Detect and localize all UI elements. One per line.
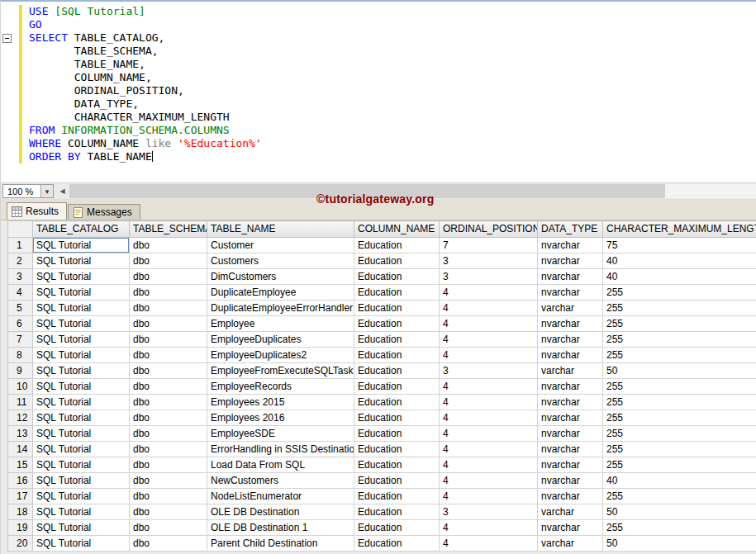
grid-cell[interactable]: Education (354, 457, 440, 473)
grid-cell[interactable]: 50 (603, 363, 756, 379)
grid-column-header[interactable]: TABLE_CATALOG (33, 221, 130, 238)
grid-cell[interactable]: Education (354, 379, 440, 395)
grid-cell[interactable]: 4 (440, 426, 538, 442)
grid-cell[interactable]: Education (354, 395, 440, 410)
grid-cell[interactable]: dbo (130, 363, 207, 379)
collapse-region-toggle[interactable] (2, 34, 12, 43)
grid-corner[interactable] (8, 221, 33, 238)
grid-cell[interactable]: 4 (440, 316, 538, 332)
grid-cell[interactable]: SQL Tutorial (33, 238, 130, 253)
grid-cell[interactable]: DuplicateEmployee (207, 285, 354, 301)
grid-cell[interactable]: Education (354, 410, 440, 426)
grid-cell[interactable]: 4 (440, 395, 538, 410)
grid-cell[interactable]: Employees 2016 (207, 410, 354, 426)
grid-cell[interactable]: dbo (130, 285, 207, 301)
row-number[interactable]: 9 (8, 363, 33, 379)
grid-cell[interactable]: 255 (603, 520, 756, 536)
grid-cell[interactable]: varchar (538, 301, 603, 316)
grid-cell[interactable]: 4 (440, 348, 538, 363)
grid-cell[interactable]: ErrorHandling in SSIS Destination (207, 442, 354, 457)
grid-cell[interactable]: 255 (603, 348, 756, 363)
grid-cell[interactable]: NewCustomers (207, 473, 354, 489)
grid-cell[interactable]: nvarchar (538, 253, 603, 269)
grid-column-header[interactable]: TABLE_NAME (207, 221, 354, 238)
row-number[interactable]: 12 (8, 410, 33, 426)
scroll-left-arrow-icon[interactable]: ◀ (55, 184, 69, 198)
grid-cell[interactable]: SQL Tutorial (33, 253, 130, 269)
grid-cell[interactable]: dbo (130, 504, 207, 520)
row-number[interactable]: 11 (8, 395, 33, 410)
grid-cell[interactable]: 4 (440, 520, 538, 536)
grid-cell[interactable]: SQL Tutorial (33, 348, 130, 363)
grid-cell[interactable]: nvarchar (538, 457, 603, 473)
grid-cell[interactable]: Education (354, 301, 440, 316)
grid-cell[interactable]: 40 (603, 253, 756, 269)
grid-cell[interactable]: Customer (207, 238, 354, 253)
grid-cell[interactable]: 255 (603, 332, 756, 348)
grid-cell[interactable]: Education (354, 536, 440, 552)
grid-cell[interactable]: nvarchar (538, 442, 603, 457)
grid-cell[interactable]: Parent Child Destination (207, 536, 354, 552)
grid-cell[interactable]: 255 (603, 457, 756, 473)
grid-cell[interactable]: Education (354, 253, 440, 269)
grid-cell[interactable]: Employees 2015 (207, 395, 354, 410)
tab-messages[interactable]: Messages (68, 204, 140, 220)
zoom-select[interactable]: 100 % ▾ (2, 184, 54, 198)
row-number[interactable]: 1 (8, 238, 33, 253)
grid-cell[interactable]: dbo (130, 238, 207, 253)
grid-cell[interactable]: Customers (207, 253, 354, 269)
grid-cell[interactable]: EmployeeRecords (207, 379, 354, 395)
grid-cell[interactable]: Education (354, 332, 440, 348)
grid-cell[interactable]: SQL Tutorial (33, 316, 130, 332)
grid-cell[interactable]: 4 (440, 489, 538, 504)
grid-cell[interactable]: 4 (440, 285, 538, 301)
row-number[interactable]: 8 (8, 348, 33, 363)
grid-cell[interactable]: nvarchar (538, 285, 603, 301)
grid-cell[interactable]: varchar (538, 363, 603, 379)
grid-cell[interactable]: OLE DB Destination (207, 504, 354, 520)
grid-cell[interactable]: dbo (130, 457, 207, 473)
grid-cell[interactable]: nvarchar (538, 238, 603, 253)
grid-cell[interactable]: nvarchar (538, 426, 603, 442)
row-number[interactable]: 19 (8, 520, 33, 536)
grid-cell[interactable]: 4 (440, 536, 538, 552)
grid-cell[interactable]: 4 (440, 301, 538, 316)
row-number[interactable]: 6 (8, 316, 33, 332)
grid-cell[interactable]: Education (354, 285, 440, 301)
row-number[interactable]: 20 (8, 536, 33, 552)
grid-cell[interactable]: 50 (603, 504, 756, 520)
grid-cell[interactable]: SQL Tutorial (33, 426, 130, 442)
grid-column-header[interactable]: COLUMN_NAME (354, 221, 440, 238)
grid-cell[interactable]: 4 (440, 332, 538, 348)
grid-cell[interactable]: varchar (538, 504, 603, 520)
grid-cell[interactable]: 255 (603, 442, 756, 457)
grid-cell[interactable]: 255 (603, 395, 756, 410)
tab-results[interactable]: Results (7, 202, 67, 220)
row-number[interactable]: 4 (8, 285, 33, 301)
grid-cell[interactable]: DuplicateEmployeeErrorHandler (207, 301, 354, 316)
grid-cell[interactable]: 4 (440, 457, 538, 473)
grid-cell[interactable]: dbo (130, 395, 207, 410)
grid-cell[interactable]: 75 (603, 238, 756, 253)
grid-cell[interactable]: dbo (130, 332, 207, 348)
grid-cell[interactable]: nvarchar (538, 395, 603, 410)
grid-cell[interactable]: Education (354, 489, 440, 504)
row-number[interactable]: 15 (8, 457, 33, 473)
grid-cell[interactable]: SQL Tutorial (33, 504, 130, 520)
grid-cell[interactable]: OLE DB Destination 1 (207, 520, 354, 536)
grid-cell[interactable]: dbo (130, 520, 207, 536)
grid-cell[interactable]: SQL Tutorial (33, 536, 130, 552)
row-number[interactable]: 10 (8, 379, 33, 395)
sql-editor[interactable]: USE [SQL Tutorial]GOSELECT TABLE_CATALOG… (1, 2, 756, 182)
grid-cell[interactable]: Employee (207, 316, 354, 332)
grid-cell[interactable]: Education (354, 504, 440, 520)
row-number[interactable]: 2 (8, 253, 33, 269)
grid-cell[interactable]: nvarchar (538, 473, 603, 489)
grid-cell[interactable]: dbo (130, 442, 207, 457)
grid-cell[interactable]: Education (354, 520, 440, 536)
grid-cell[interactable]: Education (354, 269, 440, 285)
grid-cell[interactable]: EmployeeSDE (207, 426, 354, 442)
grid-cell[interactable]: 4 (440, 379, 538, 395)
grid-cell[interactable]: Load Data From SQL (207, 457, 354, 473)
grid-cell[interactable]: nvarchar (538, 269, 603, 285)
